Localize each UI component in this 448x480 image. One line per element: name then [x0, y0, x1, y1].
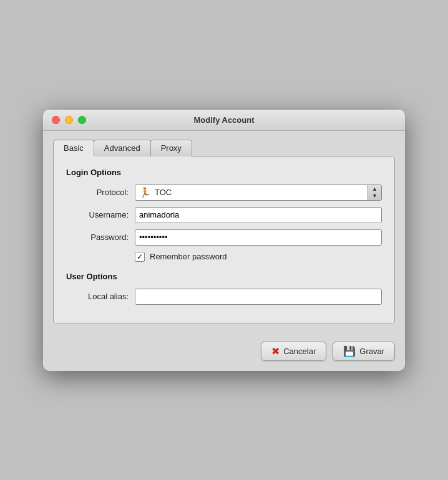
login-options-title: Login Options [66, 168, 382, 177]
protocol-select[interactable]: 🏃 TOC ▲ ▼ [135, 185, 382, 201]
window-body: Basic Advanced Proxy Login Options Proto… [43, 131, 405, 334]
username-label: Username: [66, 210, 129, 219]
tab-basic[interactable]: Basic [53, 140, 94, 156]
remember-password-label: Remember password [150, 252, 227, 261]
save-button[interactable]: 💾 Gravar [333, 342, 395, 361]
titlebar: Modify Account [43, 110, 405, 131]
password-label: Password: [66, 233, 129, 242]
tab-panel: Login Options Protocol: 🏃 TOC ▲ ▼ Userna… [53, 156, 395, 324]
close-button[interactable] [52, 116, 60, 124]
username-input[interactable] [135, 207, 382, 223]
local-alias-label: Local alias: [66, 292, 129, 301]
maximize-button[interactable] [78, 116, 86, 124]
username-row: Username: [66, 207, 382, 223]
cancel-button[interactable]: ✖ Cancelar [261, 342, 326, 361]
cancel-icon: ✖ [271, 345, 280, 357]
modify-account-window: Modify Account Basic Advanced Proxy Logi… [43, 110, 405, 371]
user-options-title: User Options [66, 272, 382, 281]
protocol-value: TOC [155, 188, 368, 197]
remember-password-row: ✓ Remember password [135, 252, 382, 262]
protocol-icon: 🏃 [135, 187, 155, 198]
cancel-label: Cancelar [283, 347, 316, 356]
button-bar: ✖ Cancelar 💾 Gravar [43, 334, 405, 371]
tab-advanced[interactable]: Advanced [94, 140, 151, 156]
save-label: Gravar [359, 347, 384, 356]
password-row: Password: [66, 229, 382, 246]
minimize-button[interactable] [65, 116, 73, 124]
local-alias-input[interactable] [135, 289, 382, 305]
tab-bar: Basic Advanced Proxy [53, 140, 395, 156]
tab-proxy[interactable]: Proxy [150, 140, 192, 156]
password-input[interactable] [135, 229, 382, 246]
local-alias-row: Local alias: [66, 289, 382, 305]
protocol-arrow-icon[interactable]: ▲ ▼ [368, 185, 381, 200]
protocol-row: Protocol: 🏃 TOC ▲ ▼ [66, 185, 382, 201]
window-title: Modify Account [193, 115, 254, 125]
remember-password-checkbox[interactable]: ✓ [135, 252, 145, 262]
protocol-label: Protocol: [66, 188, 129, 197]
save-icon: 💾 [343, 345, 356, 357]
